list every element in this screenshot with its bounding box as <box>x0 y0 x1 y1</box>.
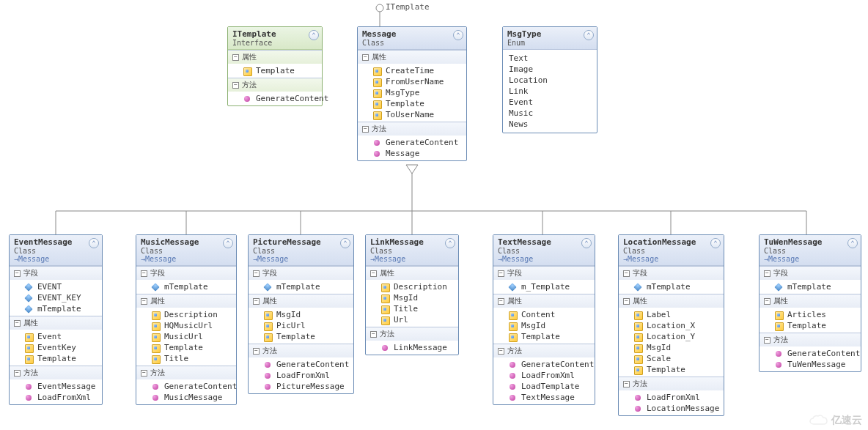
method-icon <box>372 149 383 158</box>
class-header[interactable]: EventMessage Class →Message ⌃ <box>10 235 102 266</box>
collapse-icon[interactable]: ⌃ <box>710 238 721 248</box>
class-picturemessage[interactable]: PictureMessage Class →Message ⌃ −字段 mTem… <box>248 234 354 394</box>
prop-item: MsgId <box>249 309 353 320</box>
section-toggle[interactable]: −属性 <box>10 316 102 330</box>
minus-icon: − <box>232 82 239 89</box>
prop-item: Location_Y <box>619 331 724 342</box>
section-toggle[interactable]: −字段 <box>10 267 102 280</box>
method-item: GenerateContent <box>760 348 861 359</box>
class-header[interactable]: MsgType Enum ⌃ <box>503 27 597 50</box>
method-icon <box>633 404 644 413</box>
class-message[interactable]: Message Class ⌃ −属性 CreateTime FromUserN… <box>357 26 467 161</box>
section-toggle[interactable]: −字段 <box>760 267 861 280</box>
method-item: MusicMessage <box>136 392 236 403</box>
inherit-link[interactable]: →Message <box>498 255 590 263</box>
section-toggle[interactable]: −字段 <box>136 267 236 280</box>
property-icon <box>508 322 518 330</box>
inherit-link[interactable]: →Message <box>141 255 232 263</box>
class-header[interactable]: TuWenMessage Class →Message ⌃ <box>760 235 861 266</box>
class-header[interactable]: LocationMessage Class →Message ⌃ <box>619 235 724 266</box>
property-icon <box>24 333 34 341</box>
section-toggle[interactable]: −字段 <box>493 267 595 280</box>
class-header[interactable]: LinkMessage Class →Message ⌃ <box>366 235 458 266</box>
property-icon <box>151 311 161 319</box>
collapse-icon[interactable]: ⌃ <box>581 238 592 248</box>
section-toggle[interactable]: −方法 <box>136 366 236 379</box>
collapse-icon[interactable]: ⌃ <box>453 30 463 40</box>
method-item: GenerateContent <box>228 93 322 104</box>
property-icon <box>372 100 383 108</box>
class-locationmessage[interactable]: LocationMessage Class →Message ⌃ −字段 mTe… <box>618 234 724 416</box>
field-icon <box>24 283 34 292</box>
property-icon <box>380 305 391 314</box>
minus-icon: − <box>14 270 21 277</box>
section-toggle[interactable]: −属性 <box>358 51 466 64</box>
field-item: EVENT_KEY <box>10 292 102 303</box>
inherit-link[interactable]: →Message <box>14 255 98 263</box>
class-header[interactable]: PictureMessage Class →Message ⌃ <box>249 235 353 266</box>
prop-item: MsgType <box>358 87 466 98</box>
class-header[interactable]: Message Class ⌃ <box>358 27 466 50</box>
class-musicmessage[interactable]: MusicMessage Class →Message ⌃ −字段 mTempl… <box>136 234 237 405</box>
section-toggle[interactable]: −方法 <box>10 366 102 379</box>
class-header[interactable]: ITemplate Interface ⌃ <box>228 27 322 50</box>
class-eventmessage[interactable]: EventMessage Class →Message ⌃ −字段 EVENT … <box>9 234 103 405</box>
collapse-icon[interactable]: ⌃ <box>847 238 858 248</box>
inherit-link[interactable]: →Message <box>370 255 454 263</box>
section-toggle[interactable]: −方法 <box>358 122 466 136</box>
enum-value: Link <box>509 86 591 97</box>
section-toggle[interactable]: −属性 <box>493 294 595 308</box>
method-item: GenerateContent <box>249 359 353 370</box>
method-icon <box>151 393 161 402</box>
property-icon <box>508 311 518 319</box>
property-icon <box>380 316 391 325</box>
section-toggle[interactable]: −方法 <box>493 344 595 357</box>
section-toggle[interactable]: −方法 <box>619 377 724 390</box>
section-toggle[interactable]: −属性 <box>760 294 861 308</box>
class-stereotype: Class <box>253 247 349 255</box>
method-icon <box>263 360 273 369</box>
section-toggle[interactable]: −方法 <box>249 344 353 357</box>
prop-item: CreateTime <box>358 65 466 76</box>
section-toggle[interactable]: −属性 <box>249 294 353 308</box>
field-item: mTemplate <box>619 281 724 292</box>
class-linkmessage[interactable]: LinkMessage Class →Message ⌃ −属性 Descrip… <box>365 234 459 355</box>
collapse-icon[interactable]: ⌃ <box>340 238 350 248</box>
section-toggle[interactable]: −属性 <box>619 294 724 308</box>
section-toggle[interactable]: −属性 <box>366 267 458 280</box>
class-header[interactable]: TextMessage Class →Message ⌃ <box>493 235 595 266</box>
method-icon <box>24 393 34 402</box>
section-toggle[interactable]: −方法 <box>760 333 861 346</box>
collapse-icon[interactable]: ⌃ <box>89 238 99 248</box>
section-toggle[interactable]: −方法 <box>366 327 458 341</box>
property-icon <box>372 78 383 86</box>
method-icon <box>508 393 518 402</box>
class-tuwenmessage[interactable]: TuWenMessage Class →Message ⌃ −字段 mTempl… <box>759 234 861 372</box>
method-item: EventMessage <box>10 381 102 392</box>
class-title: MsgType <box>507 29 592 39</box>
inherit-link[interactable]: →Message <box>253 255 349 263</box>
section-toggle[interactable]: −字段 <box>619 267 724 280</box>
section-toggle[interactable]: −属性 <box>228 51 322 64</box>
methods-section: −方法 GenerateContent Message <box>358 122 466 160</box>
inherit-link[interactable]: →Message <box>764 255 856 263</box>
prop-item: Description <box>366 281 458 292</box>
minus-icon: − <box>253 270 260 277</box>
collapse-icon[interactable]: ⌃ <box>445 238 455 248</box>
class-header[interactable]: MusicMessage Class →Message ⌃ <box>136 235 236 266</box>
class-stereotype: Class <box>370 247 454 255</box>
class-textmessage[interactable]: TextMessage Class →Message ⌃ −字段 m_Templ… <box>493 234 595 405</box>
prop-item: Template <box>228 65 322 76</box>
class-stereotype: Interface <box>232 39 317 47</box>
class-msgtype[interactable]: MsgType Enum ⌃ Text Image Location Link … <box>502 26 597 133</box>
class-itemplate[interactable]: ITemplate Interface ⌃ −属性 Template −方法 G… <box>227 26 323 106</box>
collapse-icon[interactable]: ⌃ <box>584 30 594 40</box>
prop-item: Template <box>493 331 595 342</box>
section-toggle[interactable]: −属性 <box>136 294 236 308</box>
section-toggle[interactable]: −字段 <box>249 267 353 280</box>
collapse-icon[interactable]: ⌃ <box>309 30 319 40</box>
collapse-icon[interactable]: ⌃ <box>223 238 233 248</box>
inherit-link[interactable]: →Message <box>623 255 719 263</box>
field-icon <box>24 305 34 314</box>
section-toggle[interactable]: −方法 <box>228 78 322 92</box>
